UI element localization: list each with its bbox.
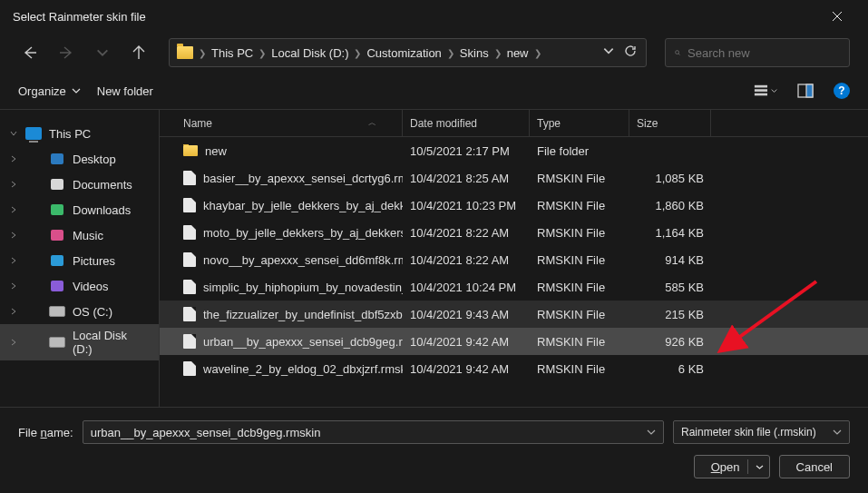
forward-button[interactable] [54,41,78,64]
breadcrumb-item[interactable]: new [507,46,529,60]
chevron-right-icon: ❯ [258,48,266,58]
chevron-right-icon [10,232,17,239]
refresh-button[interactable] [622,43,639,63]
sidebar-item-desktop[interactable]: Desktop [0,146,159,172]
filename-label: File name: [18,426,73,439]
chevron-right-icon [10,339,17,346]
chevron-down-icon [72,86,81,95]
help-button[interactable]: ? [834,83,850,99]
pictures-icon [50,253,64,268]
disk-icon [49,337,65,348]
chevron-right-icon [10,206,17,213]
chevron-right-icon [10,181,17,188]
column-size[interactable]: Size [629,110,711,136]
search-input[interactable] [688,46,840,60]
toolbar: Organize New folder ? [0,73,868,109]
close-icon [832,11,843,22]
breadcrumb-item[interactable]: This PC [211,46,253,60]
file-icon [183,361,196,376]
search-icon [675,46,680,59]
chevron-down-icon [833,428,842,437]
file-list: Name︿ Date modified Type Size new10/5/20… [159,110,868,407]
close-button[interactable] [819,3,855,30]
svg-rect-5 [806,84,813,97]
preview-pane-button[interactable] [794,79,817,103]
refresh-icon [624,44,637,57]
organize-button[interactable]: Organize [18,84,81,98]
column-name[interactable]: Name︿ [176,110,403,136]
breadcrumb-item[interactable]: Customization [366,46,441,60]
sidebar-this-pc[interactable]: This PC [0,121,159,146]
open-button[interactable]: Open [694,455,770,478]
sidebar-item-downloads[interactable]: Downloads [0,197,159,222]
file-row[interactable]: waveline_2_by_eldog_02_dbxjzrf.rmskin10/… [160,355,868,382]
chevron-down-icon [647,428,656,437]
svg-rect-8 [51,204,63,215]
chevron-right-icon [10,282,17,290]
address-dropdown[interactable] [600,43,617,63]
arrow-up-icon [132,45,146,60]
chevron-right-icon: ❯ [354,48,361,58]
sidebar-item-music[interactable]: Music [0,222,159,248]
back-button[interactable] [18,41,42,64]
sort-indicator-icon: ︿ [368,117,376,129]
search-box[interactable] [665,38,850,67]
chevron-right-icon [10,308,17,315]
file-row[interactable]: urban__by_apexxx_sensei_dcb9geg.rmskin10… [160,328,868,355]
address-bar[interactable]: ❯ This PC ❯ Local Disk (D:) ❯ Customizat… [169,38,647,67]
disk-icon [49,306,65,317]
svg-rect-7 [51,179,63,190]
chevron-right-icon: ❯ [534,48,541,58]
file-row[interactable]: the_fizzualizer_by_undefinist_dbf5zxb.rm… [160,301,868,328]
svg-rect-11 [51,281,63,291]
cancel-button[interactable]: Cancel [779,455,850,478]
breadcrumb-item[interactable]: Skins [460,46,489,60]
breadcrumb-item[interactable]: Local Disk (D:) [271,46,348,60]
column-headers: Name︿ Date modified Type Size [160,110,868,137]
chevron-right-icon: ❯ [494,48,502,58]
file-row[interactable]: novo__by_apexxx_sensei_dd6mf8k.rmskin10/… [160,246,868,273]
file-row[interactable]: khaybar_by_jelle_dekkers_by_aj_dekkers_.… [160,192,868,219]
file-row[interactable]: basier__by_apexxx_sensei_dcrtyg6.rmskin1… [160,164,868,192]
chevron-down-icon [95,45,110,60]
file-icon [183,225,196,240]
svg-rect-2 [755,89,767,92]
music-icon [50,228,64,242]
new-folder-button[interactable]: New folder [97,84,153,98]
titlebar: Select Rainmeter skin file [0,0,868,33]
sidebar-item-pictures[interactable]: Pictures [0,248,159,273]
navigation-pane: This PC DesktopDocumentsDownloadsMusicPi… [0,110,159,407]
filename-input[interactable]: urban__by_apexxx_sensei_dcb9geg.rmskin [83,420,664,444]
folder-icon [183,145,198,156]
preview-icon [797,83,814,99]
sidebar-item-videos[interactable]: Videos [0,273,159,299]
file-row[interactable]: new10/5/2021 2:17 PMFile folder [160,137,868,164]
folder-icon [177,46,193,59]
chevron-down-icon [771,83,777,99]
svg-point-0 [676,51,679,54]
file-row[interactable]: moto_by_jelle_dekkers_by_aj_dekkers_de..… [160,219,868,246]
sidebar-item-os-c-[interactable]: OS (C:) [0,299,159,324]
sidebar-item-documents[interactable]: Documents [0,172,159,197]
column-date[interactable]: Date modified [403,110,530,136]
file-icon [183,307,196,321]
file-icon [183,280,196,294]
up-button[interactable] [127,41,151,64]
file-icon [183,171,196,185]
downloads-icon [50,202,64,217]
recent-button[interactable] [91,41,114,64]
chevron-down-icon [10,130,17,137]
column-type[interactable]: Type [530,110,629,136]
chevron-right-icon: ❯ [447,48,454,58]
view-list-button[interactable] [754,79,777,103]
navbar: ❯ This PC ❯ Local Disk (D:) ❯ Customizat… [0,33,868,73]
chevron-right-icon [10,257,17,264]
chevron-down-icon [602,44,615,57]
sidebar-item-local-disk-d-[interactable]: Local Disk (D:) [0,324,159,360]
chevron-down-icon [756,463,764,471]
file-row[interactable]: simplic_by_hiphopium_by_novadestin_d...1… [160,273,868,301]
svg-rect-10 [51,255,63,266]
footer: File name: urban__by_apexxx_sensei_dcb9g… [0,407,868,493]
pc-icon [25,127,42,140]
file-type-filter[interactable]: Rainmeter skin file (.rmskin) [673,420,850,444]
